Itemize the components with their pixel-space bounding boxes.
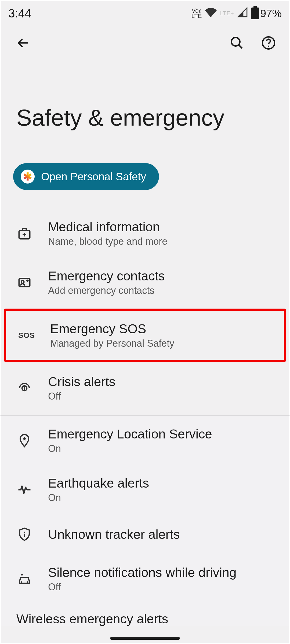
personal-safety-app-icon: ✱ (21, 170, 35, 184)
back-button[interactable] (13, 32, 34, 53)
wifi-icon (205, 6, 217, 21)
item-title: Emergency SOS (50, 321, 174, 336)
item-subtitle: Off (48, 391, 115, 402)
page-title: Safety & emergency (0, 56, 290, 163)
lte-plus-icon: LTE+ (220, 10, 234, 17)
battery-status: 97% (251, 8, 282, 20)
item-title: Unknown tracker alerts (48, 527, 180, 542)
item-emergency-sos[interactable]: SOS Emergency SOS Managed by Personal Sa… (6, 311, 284, 360)
earthquake-icon (16, 482, 32, 497)
contacts-icon (16, 275, 32, 290)
item-subtitle: Add emergency contacts (48, 285, 165, 296)
open-personal-safety-button[interactable]: ✱ Open Personal Safety (13, 163, 159, 190)
sos-icon: SOS (19, 331, 35, 340)
toolbar (0, 24, 290, 56)
tracker-shield-icon (16, 527, 32, 541)
item-silence-notifications-driving[interactable]: Silence notifications while driving Off (0, 554, 290, 603)
item-title: Emergency Location Service (48, 427, 212, 441)
open-button-label: Open Personal Safety (41, 171, 146, 183)
item-wireless-emergency-alerts[interactable]: Wireless emergency alerts (0, 603, 290, 626)
crisis-alerts-icon (16, 381, 32, 396)
item-unknown-tracker-alerts[interactable]: Unknown tracker alerts (0, 514, 290, 554)
status-right-icons: Vo)) LTE LTE+ 97% (191, 6, 282, 21)
car-icon (16, 572, 32, 586)
svg-point-8 (24, 532, 25, 533)
medical-info-icon (16, 226, 32, 241)
item-title: Emergency contacts (48, 269, 165, 283)
item-title: Earthquake alerts (48, 476, 149, 491)
gesture-nav-handle[interactable] (110, 637, 180, 640)
search-button[interactable] (226, 32, 247, 53)
status-time: 3:44 (8, 7, 31, 20)
battery-icon (251, 8, 259, 19)
item-title: Crisis alerts (48, 374, 115, 389)
svg-point-7 (24, 386, 25, 388)
battery-text: 97% (260, 8, 282, 20)
svg-point-10 (27, 581, 28, 583)
item-emergency-location-service[interactable]: Emergency Location Service On (0, 416, 290, 465)
svg-point-0 (231, 38, 240, 46)
item-subtitle: On (48, 492, 149, 503)
item-earthquake-alerts[interactable]: Earthquake alerts On (0, 465, 290, 514)
search-icon (230, 36, 244, 50)
item-subtitle: Off (48, 581, 237, 593)
volte-icon: Vo)) LTE (191, 8, 202, 19)
item-subtitle: On (48, 443, 212, 454)
signal-icon (237, 7, 248, 20)
item-emergency-contacts[interactable]: Emergency contacts Add emergency contact… (0, 258, 290, 307)
item-crisis-alerts[interactable]: Crisis alerts Off (0, 364, 290, 413)
item-title: Medical information (48, 219, 167, 234)
item-subtitle: Name, blood type and more (48, 236, 167, 247)
item-medical-information[interactable]: Medical information Name, blood type and… (0, 209, 290, 258)
svg-point-9 (21, 581, 22, 583)
item-title: Silence notifications while driving (48, 565, 237, 580)
svg-point-2 (268, 46, 269, 47)
help-icon (261, 36, 276, 50)
svg-point-5 (21, 280, 24, 283)
status-bar: 3:44 Vo)) LTE LTE+ 97% (0, 0, 290, 24)
arrow-back-icon (16, 36, 30, 50)
location-icon (16, 433, 32, 448)
highlight-annotation: SOS Emergency SOS Managed by Personal Sa… (4, 309, 286, 362)
item-subtitle: Managed by Personal Safety (50, 338, 174, 349)
item-title: Wireless emergency alerts (16, 612, 168, 626)
help-button[interactable] (258, 32, 279, 53)
volte-bottom: LTE (191, 13, 202, 19)
